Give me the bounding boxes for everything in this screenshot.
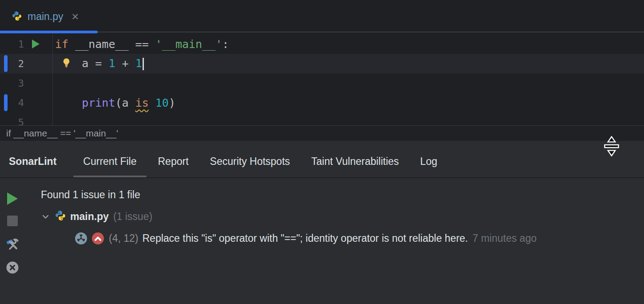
editor-tab-bar: main.py ✕	[0, 0, 644, 33]
code-line-5[interactable]: 5	[0, 112, 644, 125]
breadcrumb[interactable]: if __name__ == '__main__'	[6, 128, 118, 139]
token-print: print	[82, 96, 115, 109]
clear-circle-x-icon[interactable]	[6, 261, 19, 274]
tab-current-file[interactable]: Current File	[72, 145, 147, 177]
file-issue-count: (1 issue)	[113, 211, 152, 223]
issue-row[interactable]: (4, 12) Replace this "is" operator with …	[0, 228, 644, 249]
token-number-1b: 1	[135, 57, 142, 70]
critical-severity-icon	[91, 232, 104, 245]
code-line-2[interactable]: 2 a = 1 + 1	[0, 54, 644, 73]
token-plus: +	[115, 57, 135, 70]
tool-window-header: SonarLint Current File Report Security H…	[0, 141, 644, 178]
tab-main-py[interactable]: main.py ✕	[0, 0, 98, 33]
tool-window-content: Found 1 issue in 1 file main.py (1 issue…	[0, 178, 644, 303]
python-file-icon	[12, 11, 22, 23]
code-line-3[interactable]: 3	[0, 73, 644, 93]
code-editor[interactable]: 1 if __name__ == '__main__': 2 a = 1 + 1…	[0, 33, 644, 125]
lightbulb-icon[interactable]	[62, 58, 71, 69]
token-paren-a: (a	[115, 96, 135, 109]
line-number-2[interactable]: 2	[18, 58, 24, 69]
run-icon[interactable]	[32, 40, 40, 48]
tab-report[interactable]: Report	[147, 145, 199, 177]
summary-row: Found 1 issue in 1 file	[0, 184, 644, 206]
code-smell-icon	[75, 232, 87, 245]
tab-title: main.py	[28, 11, 64, 23]
python-file-icon	[55, 210, 66, 224]
line-number-3[interactable]: 3	[18, 78, 24, 89]
tab-taint-vulnerabilities[interactable]: Taint Vulnerabilities	[301, 145, 409, 177]
code-line-4[interactable]: 4 print(a is 10)	[0, 93, 644, 112]
token-main-string: '__main__'	[155, 38, 223, 51]
file-node-row[interactable]: main.py (1 issue)	[0, 206, 644, 228]
gutter-change-bar	[4, 55, 8, 72]
tool-window-title: SonarLint	[9, 156, 56, 168]
chevron-down-icon[interactable]	[41, 212, 50, 221]
tab-security-hotspots[interactable]: Security Hotspots	[199, 145, 301, 177]
tab-log[interactable]: Log	[409, 145, 448, 177]
gutter-separator	[52, 33, 53, 125]
text-caret	[143, 58, 144, 70]
line-number-4[interactable]: 4	[18, 97, 24, 108]
token-is-warning: is	[135, 96, 149, 109]
code-line-1[interactable]: 1 if __name__ == '__main__':	[0, 34, 644, 54]
issues-tree: Found 1 issue in 1 file main.py (1 issue…	[0, 184, 644, 249]
issue-message: Replace this "is" operator with "=="; id…	[142, 232, 468, 244]
token-indent	[55, 96, 82, 109]
gutter-change-bar	[4, 94, 8, 111]
summary-text: Found 1 issue in 1 file	[41, 189, 140, 201]
issue-location: (4, 12)	[109, 232, 138, 244]
token-number-10: 10	[155, 96, 169, 109]
sonarlint-tool-window: SonarLint Current File Report Security H…	[0, 141, 644, 304]
token-if: if	[55, 38, 68, 51]
token-number-1a: 1	[108, 57, 115, 70]
tab-close-icon[interactable]: ✕	[72, 12, 80, 22]
token-name-eq: __name__ ==	[68, 38, 155, 51]
issue-timestamp: 7 minutes ago	[473, 232, 537, 244]
file-node-name: main.py	[70, 211, 109, 223]
line-number-1[interactable]: 1	[18, 39, 24, 50]
line-number-5[interactable]: 5	[18, 117, 24, 126]
token-paren-close: )	[169, 96, 175, 109]
breadcrumb-bar: if __name__ == '__main__'	[0, 125, 644, 141]
token-colon: :	[222, 38, 229, 51]
